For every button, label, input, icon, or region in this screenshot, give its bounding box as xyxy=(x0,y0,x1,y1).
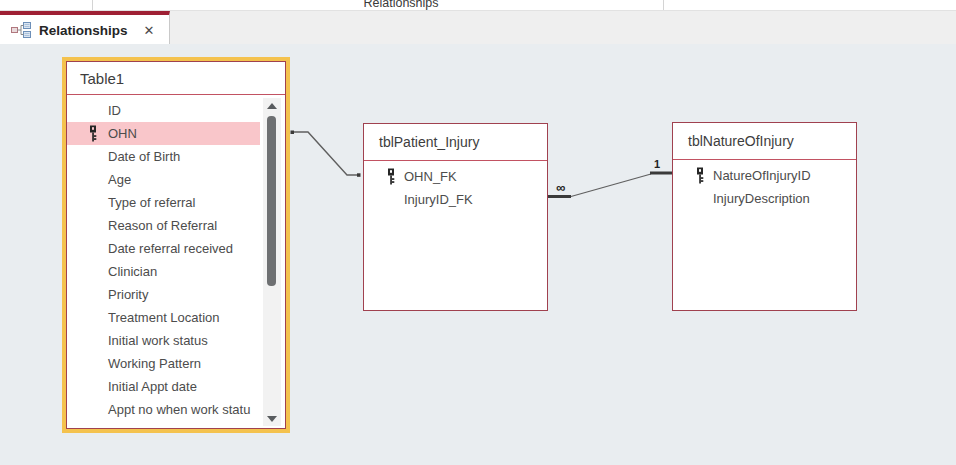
ribbon-group-divider xyxy=(92,0,93,10)
tab-close-icon[interactable]: ✕ xyxy=(142,23,157,38)
scrollbar-thumb[interactable] xyxy=(267,116,276,286)
table-window-tblpatient-injury[interactable]: tblPatient_Injury OHN_FK InjuryID_FK xyxy=(363,123,548,311)
table-title-label: tblNatureOfInjury xyxy=(688,133,794,149)
relationship-line-patientinjury-natureofinjury[interactable]: ∞ 1 xyxy=(548,158,672,198)
field-row-clipped[interactable]: Total Physio sessions att xyxy=(67,421,285,427)
table-title[interactable]: tblPatient_Injury xyxy=(364,124,547,161)
field-row[interactable]: Appt no when work statu xyxy=(67,398,263,421)
field-label: Date of Birth xyxy=(108,149,180,164)
field-label: Working Pattern xyxy=(108,356,201,371)
triangle-up-icon xyxy=(267,103,277,109)
field-label: OHN_FK xyxy=(404,169,457,184)
field-row[interactable]: ID xyxy=(67,99,285,122)
table-title[interactable]: tblNatureOfInjury xyxy=(673,123,856,160)
field-label: Initial Appt date xyxy=(108,379,197,394)
table-window-table1[interactable]: Table1 ID OHN Date xyxy=(66,61,286,429)
tab-relationships[interactable]: Relationships ✕ xyxy=(0,11,170,45)
field-row-primary-key[interactable]: OHN xyxy=(67,122,260,145)
field-label: Treatment Location xyxy=(108,310,220,325)
field-label: Clinician xyxy=(108,264,157,279)
document-tab-bar: Relationships ✕ xyxy=(0,10,956,44)
ribbon-group-label: Relationships xyxy=(330,0,472,10)
field-row[interactable]: InjuryDescription xyxy=(673,187,856,210)
field-row[interactable]: Type of referral xyxy=(67,191,285,214)
scroll-up-button[interactable] xyxy=(263,98,281,113)
field-row[interactable]: Age xyxy=(67,168,285,191)
relationships-canvas: ∞ 1 Table1 ID xyxy=(0,44,956,465)
field-row[interactable]: Reason of Referral xyxy=(67,214,285,237)
table-title-label: tblPatient_Injury xyxy=(379,134,479,150)
field-row-primary-key[interactable]: NatureOfInjuryID xyxy=(673,164,856,187)
field-list: ID OHN Date of Birth Age xyxy=(67,95,285,427)
field-label: Total Physio sessions att xyxy=(108,425,250,427)
field-label: Date referral received xyxy=(108,241,233,256)
field-list: NatureOfInjuryID InjuryDescription xyxy=(673,160,856,210)
field-list-scrollbar[interactable] xyxy=(263,98,281,426)
triangle-down-icon xyxy=(267,416,277,422)
tab-title: Relationships xyxy=(39,23,128,38)
field-label: InjuryDescription xyxy=(713,191,810,206)
field-row[interactable]: Priority xyxy=(67,283,285,306)
field-label: ID xyxy=(108,103,121,118)
field-row-primary-key[interactable]: OHN_FK xyxy=(364,165,547,188)
ribbon-group-divider xyxy=(663,0,664,10)
field-label: Initial work status xyxy=(108,333,208,348)
access-relationships-view: { "ribbon": { "group_label": "Relationsh… xyxy=(0,0,956,465)
field-label: InjuryID_FK xyxy=(404,192,473,207)
field-row[interactable]: Clinician xyxy=(67,260,285,283)
field-label: Reason of Referral xyxy=(108,218,217,233)
many-side-label: ∞ xyxy=(556,180,565,195)
field-label: Appt no when work statu xyxy=(108,402,250,417)
field-list: OHN_FK InjuryID_FK xyxy=(364,161,547,211)
field-label: OHN xyxy=(108,126,137,141)
table-window-table1-selection: Table1 ID OHN Date xyxy=(62,57,290,433)
one-side-label: 1 xyxy=(654,158,660,170)
relationships-diagram-icon xyxy=(11,22,31,38)
field-row[interactable]: Treatment Location xyxy=(67,306,285,329)
field-row[interactable]: InjuryID_FK xyxy=(364,188,547,211)
scroll-down-button[interactable] xyxy=(263,411,281,426)
field-row[interactable]: Date of Birth xyxy=(67,145,285,168)
table-title[interactable]: Table1 xyxy=(67,62,285,95)
field-label: Age xyxy=(108,172,131,187)
field-row[interactable]: Working Pattern xyxy=(67,352,285,375)
field-label: Priority xyxy=(108,287,148,302)
field-row[interactable]: Initial Appt date xyxy=(67,375,285,398)
ribbon-sliver: Relationships xyxy=(0,0,956,10)
relationship-line-table1-patientinjury[interactable] xyxy=(291,131,361,177)
field-label: Type of referral xyxy=(108,195,195,210)
field-row[interactable]: Date referral received xyxy=(67,237,285,260)
table-title-label: Table1 xyxy=(80,70,124,87)
field-label: NatureOfInjuryID xyxy=(713,168,811,183)
field-row[interactable]: Initial work status xyxy=(67,329,285,352)
table-window-tblnatureofinjury[interactable]: tblNatureOfInjury NatureOfInjuryID Injur… xyxy=(672,122,857,311)
